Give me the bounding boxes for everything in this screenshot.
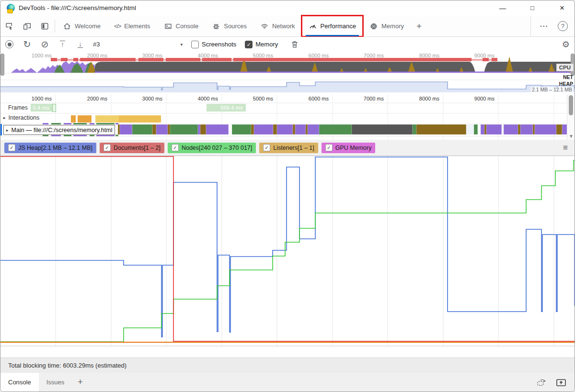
- memory-counters-legend: ✓JS Heap[2.1 MB – 12.1 MB]✓Documents[1 –…: [0, 140, 575, 156]
- ruler-label: 3000 ms: [142, 96, 162, 101]
- expand-triangle-icon[interactable]: ▸: [3, 115, 6, 120]
- checkbox-checked-icon[interactable]: ✓: [325, 144, 333, 151]
- overview-left-handle[interactable]: [0, 54, 4, 76]
- ruler-label: 5000 ms: [253, 96, 273, 101]
- frame-mini-chip: [52, 104, 56, 112]
- checkbox-checked-icon[interactable]: ✓: [8, 144, 15, 151]
- timeline-overview[interactable]: 1000 ms2000 ms3000 ms4000 ms5000 ms6000 …: [0, 52, 575, 95]
- legend-item-4[interactable]: ✓GPU Memory: [322, 143, 376, 153]
- drawer-tab-issues[interactable]: Issues: [39, 373, 72, 392]
- tab-label: Network: [272, 22, 295, 30]
- reload-and-record-button[interactable]: ↻: [18, 40, 36, 49]
- legend-item-2[interactable]: ✓Nodes[240 027 – 370 017]: [168, 143, 256, 153]
- help-button[interactable]: ?: [558, 21, 568, 31]
- wifi-icon: [260, 22, 269, 31]
- record-button[interactable]: [0, 40, 18, 48]
- heap-strip-label: HEAP: [559, 81, 573, 87]
- recording-session-label: #3: [93, 41, 100, 48]
- ruler-label: 7000 ms: [364, 53, 384, 58]
- legend-item-label: JS Heap[2.1 MB – 12.1 MB]: [18, 145, 92, 151]
- tab-console[interactable]: Console: [157, 16, 206, 36]
- tab-elements[interactable]: </>Elements: [107, 16, 157, 36]
- ruler-label: 2000 ms: [87, 53, 107, 58]
- scrollbar-thumb[interactable]: [569, 95, 573, 115]
- timeline-tracks[interactable]: 1000 ms2000 ms3000 ms4000 ms5000 ms6000 …: [0, 94, 575, 140]
- total-blocking-time-text: Total blocking time: 6003.29ms (estimate…: [8, 362, 126, 369]
- ruler-label: 9000 ms: [474, 96, 494, 101]
- ruler-label: 5000 ms: [253, 53, 273, 58]
- performance-toolbar: ↻ ⊘ ↑ ↓ #3 ▾ Screenshots ✓ Memory ⚙: [0, 37, 575, 52]
- interactions-track-label[interactable]: ▸ Interactions: [3, 114, 39, 121]
- main-track-selection-bar: [0, 124, 2, 135]
- drawer-tab-bar: Console Issues +: [0, 373, 575, 392]
- device-emulation-icon[interactable]: [18, 16, 36, 36]
- legend-menu-icon[interactable]: ≡: [563, 143, 568, 153]
- title-bar: DevTools - file:///C:/screens/memory.htm…: [0, 0, 575, 16]
- history-dropdown-caret-icon[interactable]: ▾: [180, 42, 183, 47]
- tab-sources[interactable]: Sources: [205, 16, 253, 36]
- cpu-strip-label: CPU: [556, 64, 574, 71]
- legend-item-0[interactable]: ✓JS Heap[2.1 MB – 12.1 MB]: [4, 143, 96, 153]
- inspect-element-icon[interactable]: [0, 16, 18, 36]
- main-track-label[interactable]: ▸ Main — file:///C:/screens/memory.html: [3, 125, 115, 135]
- expand-drawer-icon[interactable]: [555, 378, 567, 387]
- ruler-label: 9000 ms: [474, 53, 494, 58]
- gauge-icon: [309, 22, 317, 31]
- delete-recording-button[interactable]: [286, 40, 303, 49]
- add-panel-button[interactable]: +: [411, 16, 427, 36]
- expand-triangle-icon[interactable]: ▸: [6, 128, 9, 133]
- divider: [55, 20, 55, 33]
- frames-track-label[interactable]: Frames: [0, 104, 31, 112]
- ruler-label: 6000 ms: [309, 53, 329, 58]
- minimize-button[interactable]: —: [492, 0, 513, 15]
- legend-items: ✓JS Heap[2.1 MB – 12.1 MB]✓Documents[1 –…: [4, 143, 375, 153]
- legend-item-label: Documents[1 – 2]: [114, 145, 161, 151]
- drawer-add-tab-button[interactable]: +: [72, 373, 89, 392]
- more-options-button[interactable]: ⋯: [534, 21, 554, 31]
- tab-label: Performance: [321, 22, 356, 30]
- tab-network[interactable]: Network: [253, 16, 302, 36]
- ruler-label: 1000 ms: [32, 53, 52, 58]
- dock-side-icon[interactable]: [36, 16, 54, 36]
- ruler-label: 6000 ms: [309, 96, 329, 101]
- checkbox-checked-icon[interactable]: ✓: [263, 144, 270, 151]
- legend-item-3[interactable]: ✓Listeners[1 – 1]: [259, 143, 318, 153]
- restart-frame-icon[interactable]: [536, 378, 547, 387]
- tab-performance[interactable]: Performance: [302, 16, 363, 36]
- panel-tabs: Welcome</>ElementsConsoleSourcesNetworkP…: [56, 16, 411, 36]
- checkbox-checked-icon[interactable]: ✓: [245, 41, 253, 48]
- checkbox-empty-icon[interactable]: [191, 41, 199, 48]
- total-blocking-time-bar: Total blocking time: 6003.29ms (estimate…: [0, 358, 575, 373]
- memory-counters-chart[interactable]: [0, 156, 575, 347]
- maximize-button[interactable]: □: [522, 0, 543, 15]
- frame-duration-badge: 568.4 ms: [207, 104, 246, 112]
- close-button[interactable]: ×: [552, 0, 573, 15]
- tab-label: Console: [176, 22, 199, 30]
- tab-label: Memory: [381, 22, 404, 30]
- checkbox-checked-icon[interactable]: ✓: [172, 144, 179, 151]
- scroll-down-arrow-icon[interactable]: ▼: [569, 134, 574, 139]
- drawer-tab-console[interactable]: Console: [0, 373, 39, 392]
- ruler-label: 4000 ms: [198, 53, 218, 58]
- chip-icon: [369, 22, 378, 31]
- tab-memory[interactable]: Memory: [363, 16, 411, 36]
- load-profile-button[interactable]: ↑: [54, 41, 71, 48]
- ruler-label: 3000 ms: [142, 53, 162, 58]
- ruler-label: 7000 ms: [364, 96, 384, 101]
- save-profile-button[interactable]: ↓: [71, 41, 89, 48]
- checkbox-checked-icon[interactable]: ✓: [104, 144, 111, 151]
- ruler-label: 1000 ms: [32, 96, 52, 101]
- legend-item-1[interactable]: ✓Documents[1 – 2]: [100, 143, 164, 153]
- bug-icon: [212, 22, 220, 31]
- tracks-scrollbar[interactable]: ▼: [567, 94, 575, 140]
- devtools-window: DevTools - file:///C:/screens/memory.htm…: [0, 0, 575, 392]
- memory-checkbox[interactable]: ✓ Memory: [245, 41, 278, 48]
- screenshots-checkbox[interactable]: Screenshots: [191, 41, 236, 48]
- capture-settings-gear-icon[interactable]: ⚙: [562, 39, 570, 50]
- ruler-label: 8000 ms: [419, 53, 439, 58]
- tab-welcome[interactable]: Welcome: [56, 16, 107, 36]
- ruler-label: 4000 ms: [198, 96, 218, 101]
- clear-recordings-button[interactable]: ⊘: [36, 40, 54, 49]
- ruler-label: 2000 ms: [87, 96, 107, 101]
- heap-range-label: 2.1 MB – 12.1 MB: [531, 87, 573, 92]
